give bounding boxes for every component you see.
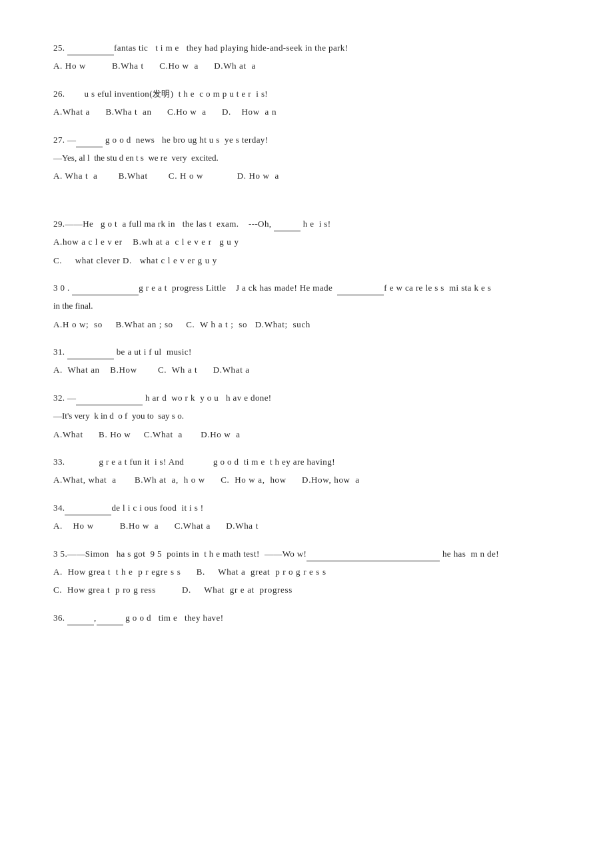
question-25: 25. fantas tic t i m e they had playing … bbox=[53, 40, 560, 74]
q34-text: 34.de l i c i ous food it i s ! bbox=[53, 500, 560, 515]
q25-options: A. Ho w B.Wha t C.Ho w a D.Wh at a bbox=[53, 58, 560, 73]
q29-options1: A.how a c l e v er B.wh at a c l e v e r… bbox=[53, 234, 560, 249]
q33-text: 33. g r e a t fun it i s! And g o o d ti… bbox=[53, 454, 560, 469]
question-34: 34.de l i c i ous food it i s ! A. Ho w … bbox=[53, 500, 560, 534]
question-31: 31. be a ut i f ul music! A. What an B.H… bbox=[53, 344, 560, 378]
q33-options: A.What, what a B.Wh at a, h o w C. Ho w … bbox=[53, 472, 560, 487]
q31-text: 31. be a ut i f ul music! bbox=[53, 344, 560, 359]
q35-options1: A. How grea t t h e p r egre s s B. What… bbox=[53, 564, 560, 579]
q32-text: 32. — h ar d wo r k y o u h av e done! bbox=[53, 390, 560, 405]
q27-text: 27. — g o o d news he bro ug ht u s ye s… bbox=[53, 132, 560, 147]
q25-text: 25. fantas tic t i m e they had playing … bbox=[53, 40, 560, 55]
q26-text: 26. u s eful invention(发明) t h e c o m p… bbox=[53, 86, 560, 101]
question-30: 3 0 . g r e a t progress Little J a ck h… bbox=[53, 280, 560, 332]
q34-options: A. Ho w B.Ho w a C.What a D.Wha t bbox=[53, 518, 560, 533]
q30-text: 3 0 . g r e a t progress Little J a ck h… bbox=[53, 280, 560, 295]
q36-text: 36. , g o o d tim e they have! bbox=[53, 610, 560, 625]
q31-options: A. What an B.How C. Wh a t D.What a bbox=[53, 362, 560, 377]
question-27: 27. — g o o d news he bro ug ht u s ye s… bbox=[53, 132, 560, 184]
exam-content: 25. fantas tic t i m e they had playing … bbox=[53, 40, 560, 625]
question-36: 36. , g o o d tim e they have! bbox=[53, 610, 560, 625]
question-29: 29.——He g o t a full ma rk in the las t … bbox=[53, 216, 560, 268]
q32-subtext: —It's very k in d o f you to say s o. bbox=[53, 408, 560, 423]
q27-subtext: —Yes, al l the stu d en t s we re very e… bbox=[53, 150, 560, 165]
q35-options2: C. How grea t p ro g ress D. What gr e a… bbox=[53, 582, 560, 597]
q35-text: 3 5.——Simon ha s got 9 5 points in t h e… bbox=[53, 546, 560, 561]
q29-options2: C. what clever D. what c l e v er g u y bbox=[53, 253, 560, 268]
question-26: 26. u s eful invention(发明) t h e c o m p… bbox=[53, 86, 560, 120]
question-35: 3 5.——Simon ha s got 9 5 points in t h e… bbox=[53, 546, 560, 598]
q29-text: 29.——He g o t a full ma rk in the las t … bbox=[53, 216, 560, 231]
q30-options: A.H o w; so B.What an ; so C. W h a t ; … bbox=[53, 317, 560, 332]
q27-options: A. Wha t a B.What C. H o w D. Ho w a bbox=[53, 168, 560, 183]
q26-options: A.What a B.Wha t an C.Ho w a D. How a n bbox=[53, 104, 560, 119]
q32-options: A.What B. Ho w C.What a D.Ho w a bbox=[53, 427, 560, 442]
question-32: 32. — h ar d wo r k y o u h av e done! —… bbox=[53, 390, 560, 442]
q30-subtext: in the final. bbox=[53, 298, 560, 313]
question-33: 33. g r e a t fun it i s! And g o o d ti… bbox=[53, 454, 560, 488]
